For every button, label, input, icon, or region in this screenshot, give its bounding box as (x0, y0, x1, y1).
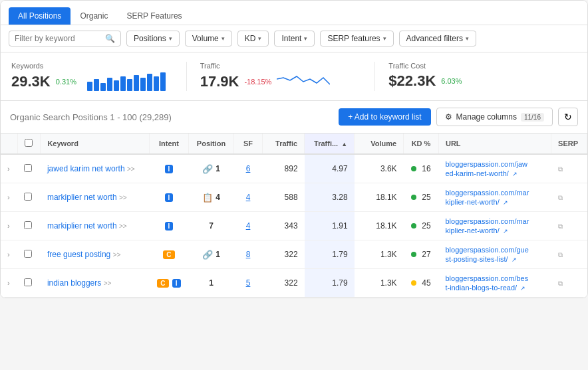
volume-filter[interactable]: Volume ▾ (185, 31, 232, 46)
positions-filter[interactable]: Positions ▾ (126, 31, 180, 46)
col-header-intent[interactable]: Intent (150, 134, 189, 154)
keyword-link[interactable]: indian bloggers >> (47, 278, 111, 288)
url-cell: bloggerspassion.com/markiplier-net-worth… (438, 212, 551, 240)
add-to-keyword-list-button[interactable]: + Add to keyword list (339, 108, 430, 126)
kd-cell: 16 (404, 154, 439, 183)
positions-filter-label: Positions (134, 34, 166, 43)
row-checkbox[interactable] (24, 250, 32, 258)
advanced-filters-label: Advanced filters (406, 34, 463, 43)
url-link[interactable]: bloggerspassion.com/markiplier-net-worth… (445, 189, 529, 206)
sf-link[interactable]: 4 (246, 221, 251, 231)
traffic-value: 17.9K (200, 73, 239, 90)
keywords-change: 0.31% (56, 78, 76, 86)
row-expand-button[interactable]: › (7, 193, 10, 201)
copy-icon[interactable]: ⧉ (558, 194, 563, 201)
columns-badge: 11/16 (521, 113, 544, 122)
bar (120, 76, 126, 91)
position-cell: 📋 4 (188, 183, 234, 212)
col-header-traffic-pct[interactable]: Traffi... ▲ (305, 134, 355, 154)
traffic-pct-cell: 1.91 (305, 212, 355, 240)
keywords-chart (87, 72, 166, 91)
col-header-serp[interactable]: SERP (551, 134, 587, 154)
col-header-sf[interactable]: SF (234, 134, 262, 154)
tab-all-positions[interactable]: All Positions (9, 7, 71, 25)
intent-cell: I (150, 183, 189, 212)
intent-filter[interactable]: Intent ▾ (274, 31, 315, 46)
traffic-pct-cell: 1.79 (305, 269, 355, 298)
url-link[interactable]: bloggerspassion.com/best-indian-blogs-to… (445, 274, 528, 292)
row-expand-button[interactable]: › (7, 250, 10, 258)
search-input[interactable] (15, 34, 101, 43)
row-checkbox[interactable] (24, 164, 32, 172)
traffic-change: -18.15% (244, 78, 271, 86)
row-checkbox[interactable] (24, 193, 32, 201)
table-row: › free guest posting >> C 🔗 1 8 (1, 240, 587, 269)
sf-cell: 6 (234, 154, 262, 183)
col-header-keyword[interactable]: Keyword (41, 134, 150, 154)
external-link-icon[interactable]: ↗ (512, 171, 517, 177)
traffic-cost-change: 6.03% (441, 77, 462, 85)
sf-link[interactable]: 8 (246, 250, 251, 259)
url-link[interactable]: bloggerspassion.com/markiplier-net-worth… (445, 217, 529, 234)
sf-link[interactable]: 6 (246, 164, 251, 173)
external-link-icon[interactable]: ↗ (520, 285, 525, 292)
chevron-down-icon: ▾ (258, 35, 261, 42)
sf-link[interactable]: 4 (246, 193, 251, 202)
chevron-down-icon: ▾ (169, 35, 172, 42)
keywords-label: Keywords (11, 62, 173, 70)
row-expand-button[interactable]: › (7, 165, 10, 173)
tab-serp-features[interactable]: SERP Features (117, 7, 191, 25)
gear-icon: ⚙ (445, 112, 452, 122)
keyword-search-box[interactable]: 🔍 (9, 31, 121, 46)
select-all-checkbox[interactable] (25, 139, 33, 147)
row-checkbox[interactable] (24, 221, 32, 229)
copy-icon[interactable]: ⧉ (558, 251, 563, 258)
table-options-button[interactable]: ↻ (558, 108, 578, 126)
position-number: 1 (216, 164, 220, 173)
copy-icon[interactable]: ⧉ (558, 223, 563, 230)
row-expand-button[interactable]: › (7, 279, 10, 287)
bar (107, 78, 112, 91)
advanced-filters-button[interactable]: Advanced filters ▾ (399, 31, 476, 46)
external-link-icon[interactable]: ↗ (503, 228, 508, 234)
kd-filter[interactable]: KD ▾ (237, 31, 269, 46)
position-link-icon: 🔗 (202, 164, 213, 174)
kd-cell: 25 (404, 183, 439, 212)
kd-dot-green (411, 195, 416, 200)
col-header-position[interactable]: Position (188, 134, 234, 154)
row-checkbox[interactable] (24, 278, 32, 286)
traffic-stat: Traffic 17.9K -18.15% (200, 62, 376, 91)
external-link-icon[interactable]: ↗ (512, 256, 517, 263)
row-expand-button[interactable]: › (7, 222, 10, 230)
traffic-cost-stat: Traffic Cost $22.3K 6.03% (388, 62, 563, 91)
sf-link[interactable]: 5 (246, 278, 251, 288)
sf-cell: 4 (234, 183, 262, 212)
manage-columns-button[interactable]: ⚙ Manage columns 11/16 (436, 108, 553, 126)
external-link-icon[interactable]: ↗ (503, 199, 508, 206)
tab-bar: All Positions Organic SERP Features (1, 1, 587, 25)
intent-cell: I (150, 154, 189, 183)
keyword-link[interactable]: jawed karim net worth >> (47, 164, 135, 173)
bar (134, 75, 139, 91)
serp-cell: ⧉ (551, 269, 587, 298)
table-header-row: Keyword Intent Position SF Traffic Traff… (1, 134, 587, 154)
copy-icon[interactable]: ⧉ (558, 280, 563, 287)
col-header-url[interactable]: URL (438, 134, 551, 154)
bar (94, 79, 99, 91)
keyword-link[interactable]: free guest posting >> (47, 250, 120, 259)
col-header-traffic[interactable]: Traffic (262, 134, 304, 154)
keyword-link[interactable]: markiplier net worth >> (47, 193, 127, 202)
sf-cell: 4 (234, 212, 262, 240)
col-header-volume[interactable]: Volume (355, 134, 404, 154)
intent-cell: C (150, 240, 189, 269)
volume-filter-label: Volume (192, 34, 219, 43)
keyword-cell: free guest posting >> (41, 240, 150, 269)
traffic-pct-cell: 3.28 (305, 183, 355, 212)
copy-icon[interactable]: ⧉ (558, 165, 563, 173)
keyword-link[interactable]: markiplier net worth >> (47, 221, 127, 231)
position-number: 1 (209, 278, 214, 288)
section-header: Organic Search Positions 1 - 100 (29,289… (1, 101, 587, 134)
serp-features-filter[interactable]: SERP features ▾ (320, 31, 393, 46)
col-header-kd[interactable]: KD % (404, 134, 439, 154)
tab-organic[interactable]: Organic (71, 7, 117, 25)
